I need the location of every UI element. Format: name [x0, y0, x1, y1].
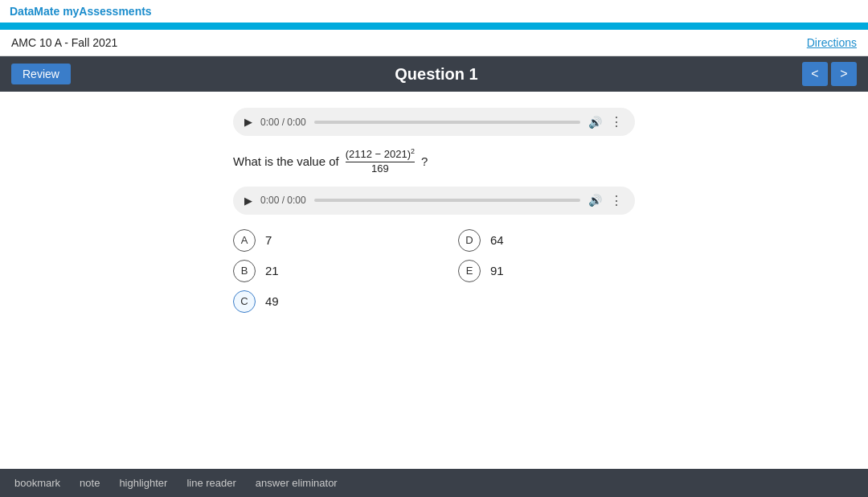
choice-letter-c: C [233, 290, 256, 313]
question-area: 0:00 / 0:00 🔊 ⋮ What is the value of (21… [233, 108, 635, 313]
choice-value-d: 64 [490, 233, 504, 247]
audio-player-1: 0:00 / 0:00 🔊 ⋮ [233, 108, 635, 136]
prev-button[interactable]: < [802, 62, 828, 86]
volume-icon-2[interactable]: 🔊 [588, 194, 602, 207]
choice-letter-d: D [458, 229, 481, 252]
more-icon-1[interactable]: ⋮ [610, 114, 624, 129]
volume-icon-1[interactable]: 🔊 [588, 116, 602, 129]
play-button-2[interactable] [244, 195, 252, 207]
brand-link[interactable]: DataMate myAssessments [10, 5, 152, 18]
answer-choices: A7D64B21E91C49 [233, 229, 635, 313]
audio-player-2: 0:00 / 0:00 🔊 ⋮ [233, 187, 635, 215]
toolbar-item-line-reader[interactable]: line reader [186, 477, 235, 489]
more-icon-2[interactable]: ⋮ [610, 193, 624, 208]
fraction-denominator: 169 [371, 162, 389, 175]
answer-choice-d[interactable]: D64 [458, 229, 635, 252]
choice-value-a: 7 [265, 233, 272, 247]
toolbar-item-highlighter[interactable]: highlighter [119, 477, 167, 489]
toolbar-item-note[interactable]: note [80, 477, 100, 489]
choice-letter-a: A [233, 229, 256, 252]
answer-choice-b[interactable]: B21 [233, 260, 410, 282]
answer-choice-c[interactable]: C49 [233, 290, 410, 313]
fraction: (2112 − 2021)2 169 [346, 147, 415, 175]
test-header: AMC 10 A - Fall 2021 Directions [0, 30, 868, 56]
question-prefix: What is the value of [233, 154, 339, 168]
nav-buttons: < > [802, 62, 857, 86]
next-button[interactable]: > [831, 62, 857, 86]
question-suffix: ? [421, 154, 428, 168]
question-title: Question 1 [71, 65, 802, 84]
test-title: AMC 10 A - Fall 2021 [11, 36, 117, 49]
main-content: 0:00 / 0:00 🔊 ⋮ What is the value of (21… [0, 92, 868, 469]
brand-bar: DataMate myAssessments [0, 0, 868, 25]
review-button[interactable]: Review [11, 64, 71, 84]
answer-choice-a[interactable]: A7 [233, 229, 410, 252]
question-header: Review Question 1 < > [0, 56, 868, 92]
toolbar-item-answer-eliminator[interactable]: answer eliminator [256, 477, 338, 489]
play-button-1[interactable] [244, 116, 252, 128]
choice-value-c: 49 [265, 294, 279, 308]
time-display-2: 0:00 / 0:00 [260, 195, 306, 206]
time-display-1: 0:00 / 0:00 [260, 117, 306, 128]
fraction-numerator: (2112 − 2021)2 [346, 147, 415, 162]
toolbar-item-bookmark[interactable]: bookmark [14, 477, 60, 489]
question-text: What is the value of (2112 − 2021)2 169 … [233, 147, 635, 175]
progress-bar-1[interactable] [314, 121, 580, 124]
answer-choice-e[interactable]: E91 [458, 260, 635, 282]
directions-link[interactable]: Directions [807, 36, 857, 49]
bottom-toolbar: bookmarknotehighlighterline readeranswer… [0, 469, 868, 497]
choice-letter-b: B [233, 260, 256, 282]
progress-bar-2[interactable] [314, 199, 580, 202]
choice-letter-e: E [458, 260, 481, 282]
choice-value-b: 21 [265, 264, 279, 277]
choice-value-e: 91 [490, 264, 504, 277]
